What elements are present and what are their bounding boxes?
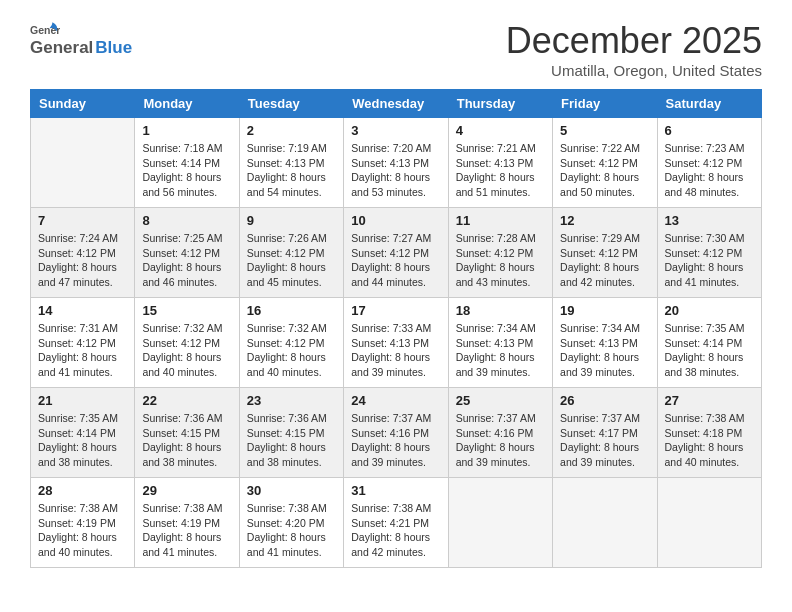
calendar-cell: 16Sunrise: 7:32 AMSunset: 4:12 PMDayligh… xyxy=(239,298,343,388)
day-info: Sunrise: 7:35 AMSunset: 4:14 PMDaylight:… xyxy=(38,411,127,470)
calendar-cell xyxy=(31,118,135,208)
day-info: Sunrise: 7:32 AMSunset: 4:12 PMDaylight:… xyxy=(247,321,336,380)
day-info: Sunrise: 7:23 AMSunset: 4:12 PMDaylight:… xyxy=(665,141,754,200)
day-info: Sunrise: 7:38 AMSunset: 4:18 PMDaylight:… xyxy=(665,411,754,470)
calendar-cell xyxy=(657,478,761,568)
location: Umatilla, Oregon, United States xyxy=(506,62,762,79)
calendar-cell xyxy=(553,478,657,568)
weekday-header: Monday xyxy=(135,90,239,118)
day-info: Sunrise: 7:38 AMSunset: 4:19 PMDaylight:… xyxy=(142,501,231,560)
day-number: 12 xyxy=(560,213,649,228)
calendar-cell: 7Sunrise: 7:24 AMSunset: 4:12 PMDaylight… xyxy=(31,208,135,298)
day-number: 1 xyxy=(142,123,231,138)
calendar-cell: 24Sunrise: 7:37 AMSunset: 4:16 PMDayligh… xyxy=(344,388,448,478)
calendar-cell: 28Sunrise: 7:38 AMSunset: 4:19 PMDayligh… xyxy=(31,478,135,568)
day-number: 4 xyxy=(456,123,545,138)
day-info: Sunrise: 7:29 AMSunset: 4:12 PMDaylight:… xyxy=(560,231,649,290)
day-number: 30 xyxy=(247,483,336,498)
day-number: 14 xyxy=(38,303,127,318)
day-number: 9 xyxy=(247,213,336,228)
calendar-cell: 3Sunrise: 7:20 AMSunset: 4:13 PMDaylight… xyxy=(344,118,448,208)
day-number: 17 xyxy=(351,303,440,318)
day-number: 5 xyxy=(560,123,649,138)
day-number: 29 xyxy=(142,483,231,498)
day-number: 27 xyxy=(665,393,754,408)
logo: General General Blue xyxy=(30,20,132,58)
calendar-cell: 25Sunrise: 7:37 AMSunset: 4:16 PMDayligh… xyxy=(448,388,552,478)
calendar-cell: 11Sunrise: 7:28 AMSunset: 4:12 PMDayligh… xyxy=(448,208,552,298)
day-info: Sunrise: 7:36 AMSunset: 4:15 PMDaylight:… xyxy=(142,411,231,470)
calendar-cell: 18Sunrise: 7:34 AMSunset: 4:13 PMDayligh… xyxy=(448,298,552,388)
calendar-cell: 5Sunrise: 7:22 AMSunset: 4:12 PMDaylight… xyxy=(553,118,657,208)
day-info: Sunrise: 7:37 AMSunset: 4:16 PMDaylight:… xyxy=(351,411,440,470)
calendar-cell: 22Sunrise: 7:36 AMSunset: 4:15 PMDayligh… xyxy=(135,388,239,478)
weekday-header: Sunday xyxy=(31,90,135,118)
calendar-cell: 14Sunrise: 7:31 AMSunset: 4:12 PMDayligh… xyxy=(31,298,135,388)
weekday-header: Friday xyxy=(553,90,657,118)
day-number: 16 xyxy=(247,303,336,318)
title-section: December 2025 Umatilla, Oregon, United S… xyxy=(506,20,762,79)
logo-blue: Blue xyxy=(95,38,132,58)
day-number: 3 xyxy=(351,123,440,138)
weekday-header: Wednesday xyxy=(344,90,448,118)
day-info: Sunrise: 7:34 AMSunset: 4:13 PMDaylight:… xyxy=(560,321,649,380)
day-number: 10 xyxy=(351,213,440,228)
day-info: Sunrise: 7:26 AMSunset: 4:12 PMDaylight:… xyxy=(247,231,336,290)
weekday-header: Saturday xyxy=(657,90,761,118)
day-info: Sunrise: 7:25 AMSunset: 4:12 PMDaylight:… xyxy=(142,231,231,290)
calendar: SundayMondayTuesdayWednesdayThursdayFrid… xyxy=(30,89,762,568)
day-number: 20 xyxy=(665,303,754,318)
day-info: Sunrise: 7:38 AMSunset: 4:19 PMDaylight:… xyxy=(38,501,127,560)
calendar-cell: 15Sunrise: 7:32 AMSunset: 4:12 PMDayligh… xyxy=(135,298,239,388)
day-number: 19 xyxy=(560,303,649,318)
day-info: Sunrise: 7:18 AMSunset: 4:14 PMDaylight:… xyxy=(142,141,231,200)
day-number: 13 xyxy=(665,213,754,228)
day-number: 28 xyxy=(38,483,127,498)
day-info: Sunrise: 7:36 AMSunset: 4:15 PMDaylight:… xyxy=(247,411,336,470)
calendar-header-row: SundayMondayTuesdayWednesdayThursdayFrid… xyxy=(31,90,762,118)
day-info: Sunrise: 7:20 AMSunset: 4:13 PMDaylight:… xyxy=(351,141,440,200)
day-info: Sunrise: 7:19 AMSunset: 4:13 PMDaylight:… xyxy=(247,141,336,200)
day-info: Sunrise: 7:22 AMSunset: 4:12 PMDaylight:… xyxy=(560,141,649,200)
calendar-cell: 17Sunrise: 7:33 AMSunset: 4:13 PMDayligh… xyxy=(344,298,448,388)
day-info: Sunrise: 7:32 AMSunset: 4:12 PMDaylight:… xyxy=(142,321,231,380)
day-info: Sunrise: 7:37 AMSunset: 4:16 PMDaylight:… xyxy=(456,411,545,470)
calendar-cell: 6Sunrise: 7:23 AMSunset: 4:12 PMDaylight… xyxy=(657,118,761,208)
calendar-cell: 8Sunrise: 7:25 AMSunset: 4:12 PMDaylight… xyxy=(135,208,239,298)
day-info: Sunrise: 7:38 AMSunset: 4:21 PMDaylight:… xyxy=(351,501,440,560)
day-info: Sunrise: 7:21 AMSunset: 4:13 PMDaylight:… xyxy=(456,141,545,200)
page-header: General General Blue December 2025 Umati… xyxy=(30,20,762,79)
day-info: Sunrise: 7:35 AMSunset: 4:14 PMDaylight:… xyxy=(665,321,754,380)
calendar-cell: 23Sunrise: 7:36 AMSunset: 4:15 PMDayligh… xyxy=(239,388,343,478)
day-number: 25 xyxy=(456,393,545,408)
calendar-cell: 31Sunrise: 7:38 AMSunset: 4:21 PMDayligh… xyxy=(344,478,448,568)
calendar-cell: 9Sunrise: 7:26 AMSunset: 4:12 PMDaylight… xyxy=(239,208,343,298)
day-number: 11 xyxy=(456,213,545,228)
calendar-cell: 12Sunrise: 7:29 AMSunset: 4:12 PMDayligh… xyxy=(553,208,657,298)
calendar-cell: 1Sunrise: 7:18 AMSunset: 4:14 PMDaylight… xyxy=(135,118,239,208)
calendar-cell: 2Sunrise: 7:19 AMSunset: 4:13 PMDaylight… xyxy=(239,118,343,208)
logo-general: General xyxy=(30,38,93,58)
day-info: Sunrise: 7:24 AMSunset: 4:12 PMDaylight:… xyxy=(38,231,127,290)
day-number: 6 xyxy=(665,123,754,138)
day-number: 31 xyxy=(351,483,440,498)
calendar-cell: 27Sunrise: 7:38 AMSunset: 4:18 PMDayligh… xyxy=(657,388,761,478)
calendar-cell: 4Sunrise: 7:21 AMSunset: 4:13 PMDaylight… xyxy=(448,118,552,208)
calendar-cell: 21Sunrise: 7:35 AMSunset: 4:14 PMDayligh… xyxy=(31,388,135,478)
weekday-header: Thursday xyxy=(448,90,552,118)
calendar-cell: 13Sunrise: 7:30 AMSunset: 4:12 PMDayligh… xyxy=(657,208,761,298)
calendar-cell: 19Sunrise: 7:34 AMSunset: 4:13 PMDayligh… xyxy=(553,298,657,388)
day-info: Sunrise: 7:27 AMSunset: 4:12 PMDaylight:… xyxy=(351,231,440,290)
day-info: Sunrise: 7:37 AMSunset: 4:17 PMDaylight:… xyxy=(560,411,649,470)
calendar-cell xyxy=(448,478,552,568)
weekday-header: Tuesday xyxy=(239,90,343,118)
day-number: 2 xyxy=(247,123,336,138)
day-number: 22 xyxy=(142,393,231,408)
day-info: Sunrise: 7:38 AMSunset: 4:20 PMDaylight:… xyxy=(247,501,336,560)
day-info: Sunrise: 7:30 AMSunset: 4:12 PMDaylight:… xyxy=(665,231,754,290)
day-number: 8 xyxy=(142,213,231,228)
day-info: Sunrise: 7:28 AMSunset: 4:12 PMDaylight:… xyxy=(456,231,545,290)
day-info: Sunrise: 7:34 AMSunset: 4:13 PMDaylight:… xyxy=(456,321,545,380)
day-info: Sunrise: 7:33 AMSunset: 4:13 PMDaylight:… xyxy=(351,321,440,380)
calendar-cell: 26Sunrise: 7:37 AMSunset: 4:17 PMDayligh… xyxy=(553,388,657,478)
